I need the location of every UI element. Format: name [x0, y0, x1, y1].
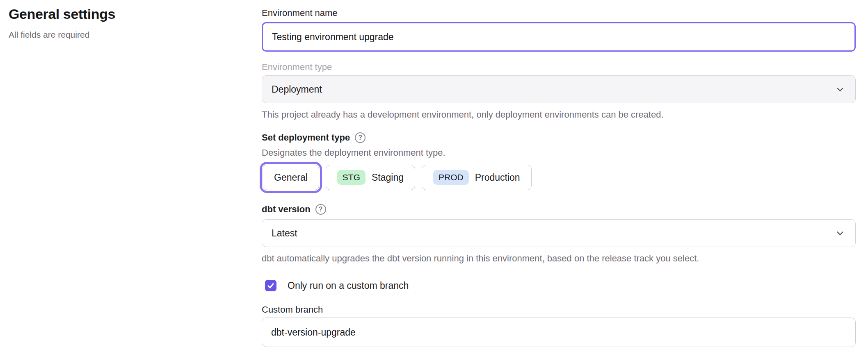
chevron-down-icon: [836, 85, 845, 94]
dbt-version-helper: dbt automatically upgrades the dbt versi…: [262, 253, 856, 264]
environment-type-value: Deployment: [272, 84, 322, 95]
custom-branch-checkbox[interactable]: [265, 280, 276, 291]
help-icon[interactable]: ?: [315, 204, 326, 215]
deployment-type-option-label: Production: [475, 172, 520, 183]
help-icon[interactable]: ?: [355, 132, 365, 143]
deployment-type-option-production[interactable]: PROD Production: [422, 165, 532, 190]
dbt-version-label: dbt version: [262, 204, 311, 215]
page-header: General settings All fields are required: [9, 5, 238, 40]
production-badge: PROD: [433, 170, 469, 185]
environment-name-input[interactable]: [262, 22, 856, 52]
deployment-type-option-general[interactable]: General: [263, 165, 319, 190]
deployment-type-option-label: Staging: [372, 172, 404, 183]
deployment-type-label: Set deployment type: [262, 132, 350, 143]
custom-branch-checkbox-label[interactable]: Only run on a custom branch: [288, 280, 409, 291]
environment-type-helper: This project already has a development e…: [262, 109, 856, 120]
dbt-version-value: Latest: [272, 228, 297, 239]
environment-type-select[interactable]: Deployment: [262, 75, 856, 103]
deployment-type-option-staging[interactable]: STG Staging: [326, 165, 415, 190]
chevron-down-icon: [836, 229, 845, 238]
deployment-type-helper: Designates the deployment environment ty…: [262, 147, 856, 159]
deployment-type-option-label: General: [274, 172, 308, 183]
page-title: General settings: [9, 5, 238, 23]
checkmark-icon: [267, 282, 274, 289]
custom-branch-label: Custom branch: [262, 304, 856, 315]
deployment-type-options: General STG Staging PROD Production: [263, 165, 856, 190]
environment-settings-form: Environment name Environment type Deploy…: [262, 0, 856, 347]
environment-type-label: Environment type: [262, 61, 856, 73]
staging-badge: STG: [337, 170, 365, 185]
custom-branch-input[interactable]: [262, 318, 856, 347]
dbt-version-select[interactable]: Latest: [262, 219, 856, 247]
page-subtitle: All fields are required: [9, 30, 238, 40]
environment-name-label: Environment name: [262, 7, 856, 19]
